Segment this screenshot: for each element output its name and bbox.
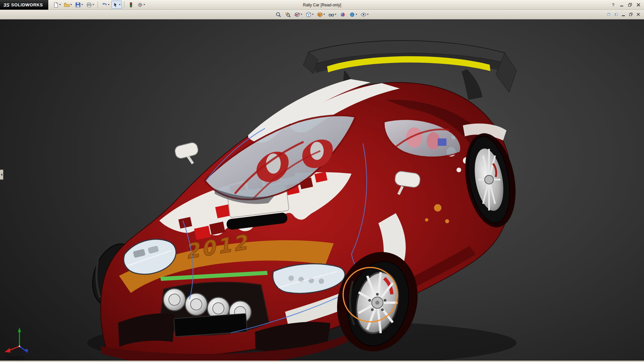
dropdown-caret-icon[interactable]: ▾	[82, 3, 83, 6]
options-button[interactable]: ▾	[136, 1, 146, 9]
select-cursor-icon	[113, 2, 118, 8]
graphics-viewport[interactable]: 2012	[0, 19, 644, 361]
doc-close-button[interactable]	[635, 11, 641, 17]
new-file-button[interactable]: ▾	[52, 1, 62, 9]
view-settings-eye-icon	[361, 12, 367, 17]
restore-button[interactable]	[626, 1, 634, 8]
options-gear-icon	[137, 2, 143, 8]
doc-minimize-button[interactable]	[620, 11, 627, 17]
minimize-icon	[622, 15, 625, 16]
dropdown-caret-icon[interactable]: ▾	[70, 3, 72, 6]
display-style-icon	[317, 12, 323, 17]
appearance-ball-icon	[340, 12, 346, 17]
close-button[interactable]	[635, 1, 642, 8]
horizontal-scrollbar[interactable]	[0, 361, 644, 362]
glasses-icon	[329, 12, 334, 17]
chevron-left-icon	[1, 173, 2, 176]
apply-scene-button[interactable]: ▾	[348, 10, 359, 18]
dropdown-caret-icon[interactable]: ▾	[144, 3, 145, 6]
dropdown-caret-icon[interactable]: ▾	[119, 3, 120, 6]
minimize-icon	[620, 6, 623, 6]
solidworks-window: 3S SOLIDWORKS ▾ ▾ ▾ ▾ ▾	[0, 0, 644, 362]
origin-triad	[5, 327, 28, 353]
edit-appearance-button[interactable]	[339, 10, 347, 18]
printer-icon	[86, 2, 92, 8]
view-orientation-label: *Dimetric	[5, 355, 24, 360]
standard-toolbar: ▾ ▾ ▾ ▾ ▾ ▾	[52, 1, 146, 9]
zoom-to-area-icon	[285, 12, 290, 17]
restore-icon	[628, 3, 632, 7]
document-title: Rally Car [Read-only]	[303, 0, 341, 10]
undo-arrow-icon	[102, 2, 107, 8]
dropdown-caret-icon[interactable]: ▾	[93, 3, 94, 6]
restore-icon	[629, 13, 633, 16]
view-orientation-button[interactable]: ▾	[304, 10, 315, 18]
document-window-controls	[605, 11, 644, 17]
pane-split-icon	[607, 13, 610, 16]
rebuild-stoplight-icon	[128, 2, 134, 8]
left-mirror[interactable]	[174, 141, 199, 164]
undo-button[interactable]: ▾	[100, 1, 111, 9]
brand-name: SOLIDWORKS	[11, 2, 43, 7]
minimize-button[interactable]	[618, 1, 625, 8]
rally-car-model-canvas[interactable]: 2012	[0, 19, 644, 361]
toolbar-separator	[98, 1, 98, 8]
select-tool-button[interactable]: ▾	[111, 1, 122, 9]
pane-expand-button[interactable]	[613, 11, 619, 17]
zoom-to-area-button[interactable]	[283, 10, 292, 18]
save-button[interactable]: ▾	[74, 1, 84, 9]
solidworks-logo: 3S SOLIDWORKS	[0, 0, 48, 10]
pane-split-button[interactable]	[605, 11, 612, 17]
section-view-icon	[294, 12, 300, 17]
dassault-3s-logo: 3S	[3, 2, 9, 8]
view-orientation-cube-icon	[306, 12, 311, 17]
hide-show-items-button[interactable]: ▾	[327, 10, 338, 18]
window-controls: ?	[609, 1, 644, 8]
save-floppy-icon	[75, 2, 81, 8]
pane-expand-icon	[614, 13, 618, 16]
open-folder-icon	[64, 2, 70, 8]
dropdown-caret-icon[interactable]: ▾	[312, 13, 313, 16]
help-button[interactable]: ?	[609, 1, 617, 8]
display-style-button[interactable]: ▾	[316, 10, 326, 18]
section-view-button[interactable]: ▾	[293, 10, 303, 18]
dropdown-caret-icon[interactable]: ▾	[59, 3, 61, 6]
print-button[interactable]: ▾	[85, 1, 95, 9]
dropdown-caret-icon[interactable]: ▾	[301, 13, 302, 16]
close-icon	[637, 3, 640, 7]
dropdown-caret-icon[interactable]: ▾	[335, 13, 336, 16]
zoom-to-fit-button[interactable]	[274, 10, 282, 18]
dropdown-caret-icon[interactable]: ▾	[323, 13, 325, 16]
open-file-button[interactable]: ▾	[63, 1, 73, 9]
panel-collapse-tab[interactable]	[0, 170, 3, 180]
dropdown-caret-icon[interactable]: ▾	[356, 13, 357, 16]
new-file-icon	[53, 2, 59, 8]
close-icon	[637, 13, 640, 16]
doc-restore-button[interactable]	[628, 11, 634, 17]
toolbar-separator	[124, 1, 124, 8]
dropdown-caret-icon[interactable]: ▾	[367, 13, 369, 16]
rebuild-button[interactable]	[127, 1, 135, 9]
scene-globe-icon	[350, 12, 355, 17]
dropdown-caret-icon[interactable]: ▾	[108, 3, 109, 6]
view-settings-button[interactable]: ▾	[360, 10, 370, 18]
view-tools-group: ▾ ▾ ▾ ▾ ▾ ▾	[274, 10, 370, 18]
heads-up-toolbar: ▾ ▾ ▾ ▾ ▾ ▾	[0, 10, 644, 19]
title-bar: 3S SOLIDWORKS ▾ ▾ ▾ ▾ ▾	[0, 0, 644, 10]
zoom-to-fit-icon	[275, 12, 281, 17]
